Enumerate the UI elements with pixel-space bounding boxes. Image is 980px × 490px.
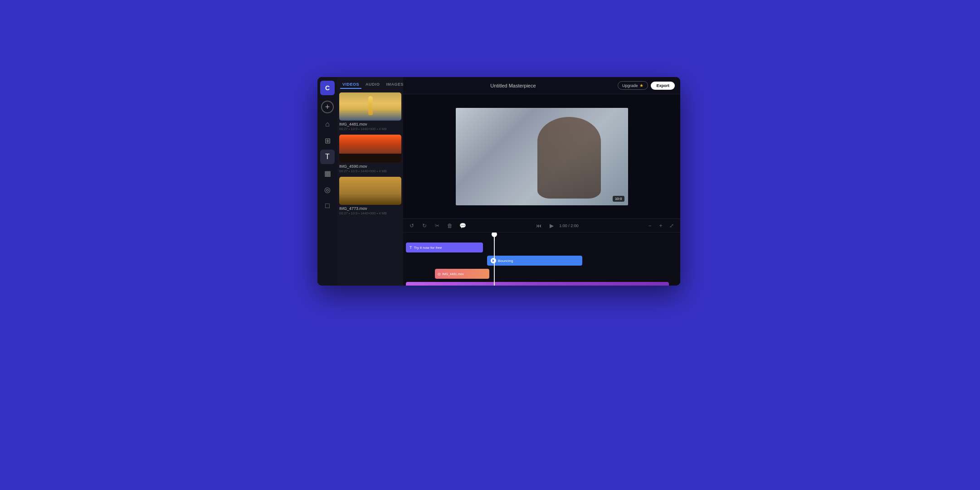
playhead[interactable] <box>494 233 495 241</box>
media-thumbnail <box>339 177 401 205</box>
timeline-area: ↺ ↻ ✂ 🗑 💬 ⏮ ▶ 1:00 / 2:00 − + ⤢ <box>403 218 680 286</box>
video-track-row: Bouncing <box>403 256 680 267</box>
text-icon-btn[interactable]: T <box>320 150 335 164</box>
tab-images[interactable]: IMAGES <box>384 81 406 89</box>
undo-button[interactable]: ↺ <box>407 221 417 231</box>
zoom-in-button[interactable]: + <box>656 221 666 231</box>
audio-track-clip[interactable]: ♪ Tooney Loons <box>406 282 669 286</box>
media-filename: IMG_4773.mov <box>339 206 401 211</box>
video-preview[interactable]: 10:0 <box>403 94 680 218</box>
timeline-ruler <box>403 233 680 241</box>
preview-canvas: 10:0 <box>456 108 628 205</box>
audio-track-icon: ♪ <box>410 285 412 286</box>
media-list: IMG_4481.mov 00:27 • 10:9 • 1440×900 • 4… <box>337 91 403 286</box>
fullscreen-button[interactable]: ⤢ <box>667 221 677 231</box>
media-panel: VIDEOS AUDIO IMAGES IMG_4481.mov 00:27 •… <box>337 77 403 286</box>
media-thumbnail <box>339 135 401 163</box>
upgrade-button[interactable]: Upgrade ★ <box>618 81 648 90</box>
list-item[interactable]: IMG_4481.mov 00:27 • 10:9 • 1440×900 • 4… <box>339 92 401 131</box>
video-track-icon <box>491 258 496 263</box>
timeline-toolbar: ↺ ↻ ✂ 🗑 💬 ⏮ ▶ 1:00 / 2:00 − + ⤢ <box>403 219 680 233</box>
source-track-clip[interactable]: ◎ IMG_4481.mov <box>435 269 489 279</box>
media-info: IMG_4481.mov 00:27 • 10:9 • 1440×900 • 4… <box>339 122 401 131</box>
time-display: 1:00 / 2:00 <box>559 223 579 228</box>
media-meta: 00:27 • 10:9 • 1440×900 • 4 MB <box>339 127 401 131</box>
cut-button[interactable]: ✂ <box>432 221 442 231</box>
tracks-container: T Try it now for free Bouncing <box>403 241 680 286</box>
app-logo: C <box>320 81 335 95</box>
audio-track-row: ♪ Tooney Loons <box>403 282 680 286</box>
camera-icon-btn[interactable]: ◎ <box>320 182 335 197</box>
zoom-out-button[interactable]: − <box>645 221 655 231</box>
image-icon-btn[interactable]: ⊞ <box>320 133 335 148</box>
tab-videos[interactable]: VIDEOS <box>340 81 361 89</box>
media-filename: IMG_4481.mov <box>339 122 401 126</box>
media-meta: 00:27 • 10:9 • 1440×900 • 4 MB <box>339 169 401 173</box>
source-track-row: ◎ IMG_4481.mov <box>403 269 680 281</box>
media-meta: 00:27 • 10:9 • 1440×900 • 4 MB <box>339 211 401 215</box>
app-window: C + ⌂ ⊞ T ▦ ◎ □ VIDEOS AUDIO IMAGES IMG_… <box>317 77 680 286</box>
media-info: IMG_4773.mov 00:27 • 10:9 • 1440×900 • 4… <box>339 206 401 215</box>
play-button[interactable]: ▶ <box>546 221 556 231</box>
source-track-icon: ◎ <box>438 272 441 276</box>
layout-icon-btn[interactable]: ▦ <box>320 166 335 180</box>
source-track-label: IMG_4481.mov <box>442 272 464 276</box>
timeline-tracks: T Try it now for free Bouncing <box>403 233 680 286</box>
rewind-button[interactable]: ⏮ <box>534 221 544 231</box>
text-track-label: Try it now for free <box>414 246 442 250</box>
project-title: Untitled Masterpiece <box>490 83 536 88</box>
redo-button[interactable]: ↻ <box>419 221 429 231</box>
comment-button[interactable]: 💬 <box>458 221 468 231</box>
video-track-clip[interactable]: Bouncing <box>487 256 582 266</box>
folder-icon-btn[interactable]: ⌂ <box>320 117 335 131</box>
zoom-controls: − + ⤢ <box>645 221 677 231</box>
audio-track-label: Tooney Loons <box>414 285 436 286</box>
add-button[interactable]: + <box>321 101 334 113</box>
video-track-label: Bouncing <box>498 259 513 263</box>
export-button[interactable]: Export <box>651 82 675 90</box>
list-item[interactable]: IMG_4773.mov 00:27 • 10:9 • 1440×900 • 4… <box>339 177 401 215</box>
text-track-row: T Try it now for free <box>403 243 680 254</box>
text-track-icon: T <box>410 245 412 250</box>
list-item[interactable]: IMG_4590.mov 00:27 • 10:9 • 1440×900 • 4… <box>339 135 401 173</box>
tab-audio[interactable]: AUDIO <box>363 81 382 89</box>
preview-header: Untitled Masterpiece Upgrade ★ Export <box>403 77 680 94</box>
star-icon: ★ <box>639 83 644 88</box>
text-track-clip[interactable]: T Try it now for free <box>406 243 483 252</box>
upgrade-label: Upgrade <box>622 83 638 88</box>
header-buttons: Upgrade ★ Export <box>618 81 675 90</box>
square-icon-btn[interactable]: □ <box>320 199 335 213</box>
time-badge: 10:0 <box>613 196 624 202</box>
media-info: IMG_4590.mov 00:27 • 10:9 • 1440×900 • 4… <box>339 164 401 173</box>
icon-sidebar: C + ⌂ ⊞ T ▦ ◎ □ <box>317 77 337 286</box>
delete-button[interactable]: 🗑 <box>445 221 455 231</box>
media-tabs: VIDEOS AUDIO IMAGES <box>337 77 403 91</box>
media-filename: IMG_4590.mov <box>339 164 401 169</box>
media-thumbnail <box>339 92 401 121</box>
preview-area: Untitled Masterpiece Upgrade ★ Export 10… <box>403 77 680 286</box>
